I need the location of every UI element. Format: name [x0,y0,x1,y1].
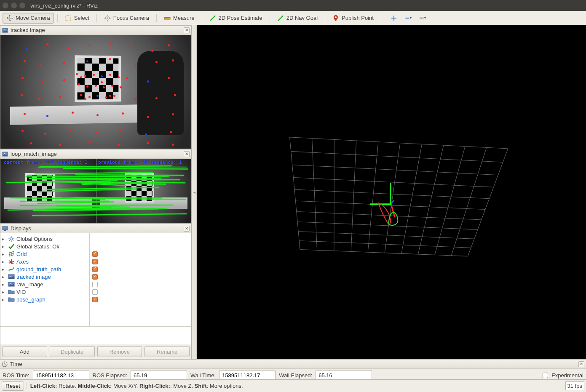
focus-camera-button[interactable]: Focus Camera [100,13,153,24]
feature-point [80,76,82,78]
tree-item-label: Axes [16,259,29,265]
check-icon [8,243,15,250]
feature-point [21,77,24,79]
visibility-checkbox[interactable] [92,289,98,295]
close-icon[interactable]: ✕ [578,361,584,367]
window-minimize-icon[interactable] [11,3,17,8]
expand-icon[interactable]: ▸ [2,237,6,241]
svg-line-19 [13,237,13,237]
focus-camera-label: Focus Camera [113,15,149,21]
wall-time-label: Wall Time: [190,372,216,379]
select-button[interactable]: Select [61,13,93,24]
tree-item-label: pose_graph [16,296,45,303]
visibility-checkbox[interactable] [92,251,98,257]
feature-point [84,75,86,77]
expand-icon[interactable]: ▸ [2,282,6,287]
pose-estimate-button[interactable]: 2D Pose Estimate [206,13,266,24]
tree-item-label: VIO [16,289,26,295]
tree-item-pose-graph[interactable]: ▸pose_graph [0,296,89,303]
tree-item-axes[interactable]: ▸Axes [0,258,89,265]
feature-point [21,130,24,132]
svg-point-9 [4,153,5,154]
time-title: Time [10,361,576,367]
reset-button[interactable]: Reset [2,381,24,391]
tree-item-global-options[interactable]: ▸Global Options [0,235,89,243]
tree-item-label: Global Status: Ok [16,243,59,250]
tree-item-grid[interactable]: ▸Grid [0,250,89,258]
svg-point-2 [107,17,108,19]
visibility-checkbox[interactable] [92,282,98,287]
close-icon[interactable]: ✕ [184,151,190,157]
window-maximize-icon[interactable] [19,3,25,8]
tracked-image-view[interactable] [0,35,191,149]
expand-icon[interactable]: ▸ [2,267,6,272]
visibility-checkbox[interactable] [92,267,98,272]
vertical-splitter[interactable]: ◂ [192,25,197,359]
minus-icon[interactable]: ▾ [405,15,412,21]
expand-icon[interactable]: ▸ [2,259,6,264]
time-panel: Time ✕ ROS Time: ROS Elapsed: Wall Time:… [0,359,586,379]
feature-point [88,141,91,143]
wall-time-input[interactable] [219,371,276,380]
close-icon[interactable]: ✕ [184,226,190,232]
ros-time-input[interactable] [33,371,89,380]
visibility-checkbox[interactable] [92,259,98,264]
move-camera-button[interactable]: Move Camera [3,13,54,24]
experimental-checkbox[interactable] [543,373,548,378]
select-icon [65,15,72,21]
expand-icon[interactable]: ▸ [2,290,6,294]
add-button[interactable]: Add [2,346,47,357]
status-bar: Reset Left-Click: Rotate. Middle-Click: … [0,379,586,392]
tree-item-global-status-ok[interactable]: ▸Global Status: Ok [0,243,89,250]
feature-point [72,112,74,114]
expand-icon[interactable]: ▸ [2,275,6,279]
feature-point [76,73,78,75]
feature-point [24,60,26,62]
expand-icon[interactable]: ▸ [2,244,6,249]
duplicate-button[interactable]: Duplicate [50,346,95,357]
tree-item-ground-truth-path[interactable]: ▸ground_truth_path [0,265,89,273]
tree-item-raw-image[interactable]: ▸raw_image [0,280,89,288]
svg-point-5 [421,17,422,19]
feature-point [21,94,23,96]
measure-icon [164,15,171,21]
tree-item-vio[interactable]: ▸VIO [0,288,89,296]
measure-button[interactable]: Measure [160,13,198,24]
expand-icon[interactable]: ▸ [2,297,6,302]
3d-viewport[interactable] [197,25,586,359]
window-close-icon[interactable] [3,3,8,8]
feature-point [155,97,158,99]
displays-tree[interactable]: ▸Global Options▸Global Status: Ok▸Grid▸A… [0,233,90,326]
plus-icon[interactable] [391,15,397,21]
feature-point [84,98,86,100]
tree-item-label: tracked image [16,274,51,280]
feature-point [67,47,70,49]
remove-button[interactable]: Remove [97,346,142,357]
tree-item-label: Global Options [16,236,53,242]
visibility-checkbox[interactable] [92,274,98,280]
eye-icon[interactable]: ▾ [419,15,426,21]
feature-point [145,133,147,136]
svg-rect-0 [66,16,71,21]
nav-goal-button[interactable]: 2D Nav Goal [273,13,321,24]
rename-button[interactable]: Rename [144,346,190,357]
ros-elapsed-input[interactable] [131,371,187,380]
feature-point [24,113,26,115]
fps-counter: 31 fps [565,381,584,390]
grid-icon [8,251,15,257]
loop-match-title: loop_match_image [11,151,181,157]
close-icon[interactable]: ✕ [184,27,190,33]
pose-estimate-icon [209,15,216,21]
visibility-checkbox[interactable] [92,297,98,302]
publish-point-button[interactable]: Publish Point [329,13,377,24]
expand-icon[interactable]: ▸ [2,252,6,256]
displays-title: Displays [11,225,181,232]
tree-item-tracked-image[interactable]: ▸tracked image [0,273,89,280]
svg-point-4 [335,16,337,18]
window-title: vins_rviz_config.rviz* - RViz [30,3,98,9]
feature-point [88,44,91,46]
feature-point [86,85,88,88]
loop-match-view[interactable]: current frame: 322 sequence: 1 previous … [0,159,191,223]
wall-elapsed-input[interactable] [316,371,372,380]
pose-estimate-label: 2D Pose Estimate [219,15,262,21]
